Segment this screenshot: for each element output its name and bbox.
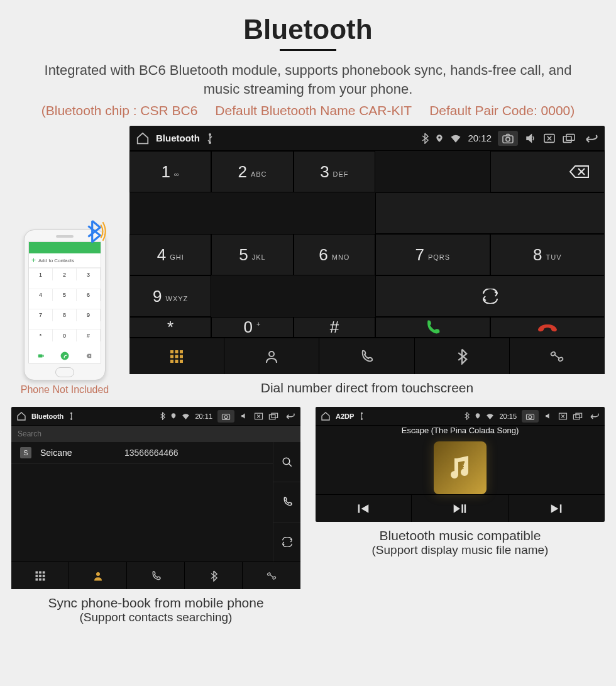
hangup-button[interactable] bbox=[490, 317, 605, 338]
search-row bbox=[11, 426, 300, 442]
volume-icon[interactable] bbox=[524, 133, 537, 144]
key-3[interactable]: 3DEF bbox=[294, 151, 375, 192]
status-bar: Bluetooth 20:12 bbox=[129, 126, 605, 151]
volume-icon[interactable] bbox=[239, 412, 249, 420]
spec-default-name: Default Bluetooth Name CAR-KIT bbox=[215, 103, 412, 118]
spec-pair-code: Default Pair Code: 0000) bbox=[429, 103, 575, 118]
contact-name: Seicane bbox=[40, 448, 116, 458]
home-icon[interactable] bbox=[16, 411, 26, 421]
close-task-icon[interactable] bbox=[254, 412, 263, 420]
wifi-icon bbox=[486, 413, 494, 419]
close-task-icon[interactable] bbox=[558, 412, 568, 420]
nav-pair[interactable] bbox=[415, 338, 510, 374]
key-star[interactable]: * bbox=[129, 317, 211, 338]
nav-settings[interactable] bbox=[243, 562, 300, 589]
back-icon[interactable] bbox=[283, 412, 295, 420]
svg-rect-18 bbox=[180, 360, 183, 363]
svg-rect-37 bbox=[39, 578, 41, 581]
key-2[interactable]: 2ABC bbox=[211, 151, 293, 192]
nav-pair[interactable] bbox=[185, 562, 243, 589]
bluetooth-signal-icon bbox=[83, 218, 109, 245]
svg-rect-8 bbox=[563, 136, 571, 143]
home-icon[interactable] bbox=[321, 411, 331, 421]
svg-rect-13 bbox=[170, 355, 173, 358]
svg-rect-10 bbox=[170, 350, 173, 353]
back-icon[interactable] bbox=[588, 412, 600, 420]
pb-search-icon[interactable] bbox=[273, 442, 300, 482]
svg-rect-32 bbox=[42, 571, 45, 573]
nav-dialpad[interactable] bbox=[129, 338, 224, 374]
song-title: Escape (The Pina Colada Song) bbox=[402, 426, 519, 435]
nav-call-log[interactable] bbox=[127, 562, 185, 589]
back-icon[interactable] bbox=[582, 133, 598, 144]
a2dp-panel: A2DP 20:15 Escape (The Pina Colada Song) bbox=[316, 407, 605, 522]
nav-call-log[interactable] bbox=[319, 338, 414, 374]
backspace-key[interactable] bbox=[490, 151, 605, 192]
svg-point-19 bbox=[269, 351, 274, 357]
key-8[interactable]: 8TUV bbox=[490, 234, 605, 275]
svg-rect-30 bbox=[35, 571, 38, 573]
svg-rect-50 bbox=[462, 504, 464, 513]
screenshot-icon[interactable] bbox=[217, 410, 234, 423]
status-title: Bluetooth bbox=[156, 133, 200, 143]
number-display bbox=[375, 192, 605, 234]
screenshot-icon[interactable] bbox=[522, 410, 539, 423]
svg-rect-17 bbox=[175, 360, 179, 363]
key-hash[interactable]: # bbox=[294, 317, 375, 338]
pb-status-bar: Bluetooth 20:11 bbox=[11, 407, 300, 426]
key-6[interactable]: 6MNO bbox=[294, 234, 375, 275]
svg-rect-14 bbox=[175, 355, 179, 358]
pb-sync-icon[interactable] bbox=[273, 523, 300, 562]
dialer-panel: Bluetooth 20:12 1∞ 2ABC 3DEF 4GHI 5JK bbox=[129, 126, 605, 374]
usb-icon bbox=[206, 133, 214, 144]
bottom-nav bbox=[129, 338, 605, 374]
svg-point-4 bbox=[439, 136, 441, 139]
status-time: 20:12 bbox=[468, 133, 492, 143]
search-input[interactable] bbox=[18, 429, 294, 438]
svg-point-3 bbox=[209, 141, 211, 144]
key-1[interactable]: 1∞ bbox=[129, 151, 211, 192]
recent-apps-icon[interactable] bbox=[268, 412, 278, 420]
svg-point-29 bbox=[283, 458, 290, 465]
svg-rect-9 bbox=[566, 134, 575, 140]
key-7[interactable]: 7PQRS bbox=[375, 234, 490, 275]
prev-track-button[interactable] bbox=[316, 495, 412, 522]
svg-rect-27 bbox=[269, 414, 275, 419]
page-subtitle: Integrated with BC6 Bluetooth module, su… bbox=[31, 61, 585, 98]
svg-rect-0 bbox=[38, 355, 42, 358]
close-task-icon[interactable] bbox=[543, 133, 556, 143]
key-4[interactable]: 4GHI bbox=[129, 234, 211, 275]
bluetooth-status-icon bbox=[464, 412, 470, 420]
volume-icon[interactable] bbox=[544, 412, 553, 420]
a2dp-caption: Bluetooth music compatible (Support disp… bbox=[316, 528, 605, 557]
nav-contacts[interactable] bbox=[69, 562, 127, 589]
spec-chip: (Bluetooth chip : CSR BC6 bbox=[41, 103, 198, 118]
album-art bbox=[434, 441, 487, 494]
key-0[interactable]: 0+ bbox=[211, 317, 293, 338]
contact-row[interactable]: S Seicane 13566664466 bbox=[11, 442, 273, 464]
call-button[interactable] bbox=[375, 317, 490, 338]
nav-settings[interactable] bbox=[510, 338, 605, 374]
next-track-button[interactable] bbox=[509, 495, 605, 522]
svg-point-45 bbox=[529, 416, 532, 419]
nav-contacts[interactable] bbox=[224, 338, 319, 374]
usb-icon bbox=[69, 412, 74, 420]
recent-apps-icon[interactable] bbox=[562, 133, 576, 143]
contact-number: 13566664466 bbox=[124, 448, 179, 458]
swap-audio-key[interactable] bbox=[375, 275, 605, 317]
svg-rect-31 bbox=[39, 571, 41, 573]
screenshot-icon[interactable] bbox=[498, 131, 518, 146]
home-icon[interactable] bbox=[136, 131, 150, 145]
nav-dialpad[interactable] bbox=[11, 562, 69, 589]
phone-not-included: Phone Not Included bbox=[11, 384, 118, 396]
key-5[interactable]: 5JKL bbox=[211, 234, 293, 275]
pb-call-icon[interactable] bbox=[273, 482, 300, 523]
svg-rect-15 bbox=[180, 355, 183, 358]
pb-side-actions bbox=[273, 442, 300, 562]
svg-rect-47 bbox=[573, 414, 580, 419]
key-9[interactable]: 9WXYZ bbox=[129, 275, 211, 317]
svg-rect-51 bbox=[465, 504, 466, 513]
play-pause-button[interactable] bbox=[412, 495, 508, 522]
recent-apps-icon[interactable] bbox=[573, 412, 583, 420]
svg-point-39 bbox=[96, 572, 100, 576]
